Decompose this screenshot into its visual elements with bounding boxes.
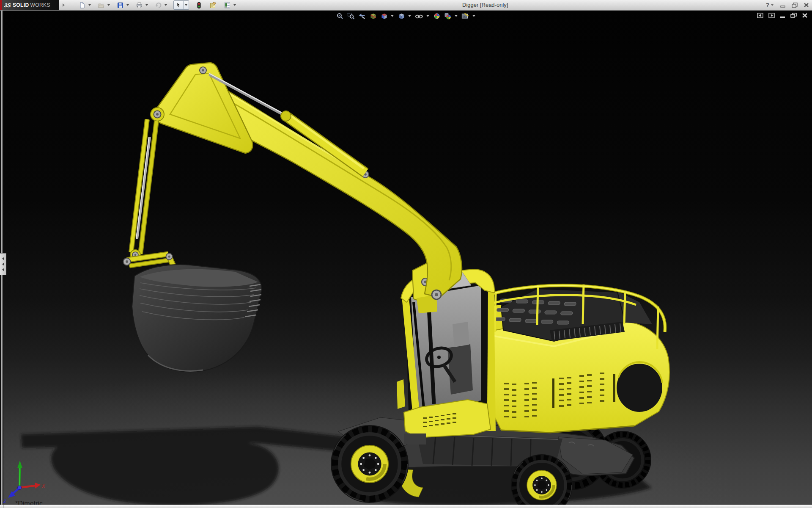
document-minimize-icon bbox=[780, 13, 786, 18]
menu-expand-icon[interactable] bbox=[63, 3, 65, 7]
print-dropdown-icon[interactable] bbox=[145, 4, 148, 6]
collapse-arrow-icon bbox=[2, 257, 4, 260]
undo-button[interactable] bbox=[154, 0, 163, 10]
triad-z-label: Z bbox=[3, 499, 7, 504]
solidworks-logo-mark-icon: 3S bbox=[4, 2, 11, 8]
graphics-viewport[interactable]: X Z bbox=[0, 10, 812, 505]
open-dropdown-icon[interactable] bbox=[107, 4, 110, 6]
document-close-icon bbox=[802, 13, 808, 18]
apply-scene-button[interactable] bbox=[444, 12, 453, 20]
file-properties-button[interactable] bbox=[208, 0, 218, 10]
apply-scene-dropdown-icon[interactable] bbox=[455, 15, 458, 17]
select-tool-dropdown[interactable] bbox=[183, 1, 189, 9]
document-close-button[interactable] bbox=[802, 13, 808, 18]
boom-cylinder-lower bbox=[130, 119, 156, 260]
view-settings-dropdown-icon[interactable] bbox=[473, 15, 475, 17]
select-tool-group bbox=[173, 0, 189, 10]
status-bar bbox=[0, 505, 812, 508]
collapse-arrow-icon bbox=[2, 268, 4, 271]
previous-view-button[interactable] bbox=[358, 12, 367, 20]
view-orientation-button[interactable] bbox=[380, 12, 389, 20]
print-icon bbox=[136, 2, 143, 9]
document-restore-button[interactable] bbox=[790, 13, 797, 18]
options-dropdown-icon[interactable] bbox=[233, 4, 236, 6]
edit-appearance-icon bbox=[433, 12, 441, 20]
view-orientation-dropdown-icon[interactable] bbox=[391, 15, 394, 17]
solidworks-logo: 3S SOLIDWORKS bbox=[0, 0, 59, 10]
new-document-button[interactable] bbox=[77, 0, 87, 10]
pane-toggle-right-button[interactable] bbox=[768, 13, 775, 18]
select-cursor-icon bbox=[175, 2, 182, 8]
display-style-icon bbox=[398, 12, 406, 20]
document-title: Digger [Read-only] bbox=[462, 0, 508, 10]
pane-toggle-right-icon bbox=[768, 13, 775, 18]
select-dropdown-icon bbox=[185, 4, 187, 6]
cab bbox=[397, 269, 496, 444]
save-button[interactable] bbox=[115, 0, 125, 10]
window-controls: ? bbox=[765, 0, 809, 10]
help-icon: ? bbox=[765, 2, 769, 8]
new-dropdown-icon[interactable] bbox=[88, 4, 91, 6]
display-style-dropdown-icon[interactable] bbox=[409, 15, 411, 17]
document-window-controls bbox=[757, 13, 808, 18]
triad-x-label: X bbox=[41, 483, 45, 489]
close-icon bbox=[803, 2, 809, 8]
zoom-to-fit-icon bbox=[336, 12, 344, 20]
open-document-button[interactable] bbox=[96, 0, 106, 10]
front-wheel-left[interactable] bbox=[331, 425, 409, 503]
open-folder-icon bbox=[98, 2, 105, 9]
options-checklist-icon bbox=[224, 2, 231, 9]
undo-dropdown-icon[interactable] bbox=[165, 4, 167, 6]
rebuild-button[interactable] bbox=[194, 0, 204, 10]
triad-origin bbox=[18, 486, 22, 490]
display-style-button[interactable] bbox=[397, 12, 406, 20]
status-bar-divider bbox=[3, 505, 4, 508]
previous-view-icon bbox=[358, 12, 366, 20]
collapse-arrow-icon bbox=[2, 262, 4, 266]
bucket[interactable] bbox=[132, 265, 261, 372]
restore-button[interactable] bbox=[791, 2, 798, 8]
zoom-to-fit-button[interactable] bbox=[336, 12, 345, 20]
section-view-icon bbox=[369, 12, 377, 20]
apply-scene-icon bbox=[444, 12, 452, 20]
logo-text-works: WORKS bbox=[30, 2, 50, 8]
document-minimize-button[interactable] bbox=[780, 13, 786, 18]
undo-icon bbox=[155, 2, 162, 9]
heads-up-view-toolbar bbox=[336, 12, 477, 20]
zoom-to-area-icon bbox=[347, 12, 355, 20]
options-button[interactable] bbox=[222, 0, 232, 10]
close-button[interactable] bbox=[803, 2, 809, 8]
standard-toolbar bbox=[77, 0, 237, 10]
restore-icon bbox=[791, 2, 798, 8]
hide-show-items-dropdown-icon[interactable] bbox=[427, 15, 429, 17]
save-floppy-icon bbox=[117, 2, 124, 9]
minimize-icon bbox=[780, 2, 786, 8]
view-orientation-icon bbox=[380, 12, 388, 20]
feature-manager-collapse-tab[interactable] bbox=[0, 253, 6, 275]
section-view-button[interactable] bbox=[369, 12, 378, 20]
print-button[interactable] bbox=[134, 0, 144, 10]
select-tool-button[interactable] bbox=[174, 1, 183, 9]
hide-show-items-icon bbox=[415, 12, 424, 20]
view-settings-button[interactable] bbox=[461, 12, 470, 20]
hide-show-items-button[interactable] bbox=[414, 12, 424, 20]
new-document-icon bbox=[79, 2, 86, 9]
minimize-button[interactable] bbox=[780, 2, 786, 8]
help-button[interactable]: ? bbox=[765, 2, 775, 8]
save-dropdown-icon[interactable] bbox=[126, 4, 129, 6]
main-titlebar: 3S SOLIDWORKS bbox=[0, 0, 812, 11]
edit-appearance-button[interactable] bbox=[433, 12, 442, 20]
help-dropdown-icon bbox=[771, 4, 774, 6]
file-properties-icon bbox=[209, 2, 217, 9]
rebuild-traffic-light-icon bbox=[195, 2, 203, 9]
document-restore-icon bbox=[790, 13, 797, 18]
engine-housing bbox=[486, 289, 669, 433]
logo-text-solid: SOLID bbox=[13, 2, 29, 8]
model-scene: X Z bbox=[0, 10, 812, 505]
pane-toggle-left-button[interactable] bbox=[757, 13, 764, 18]
pane-toggle-left-icon bbox=[757, 13, 764, 18]
zoom-to-area-button[interactable] bbox=[347, 12, 356, 20]
view-settings-icon bbox=[461, 12, 470, 20]
